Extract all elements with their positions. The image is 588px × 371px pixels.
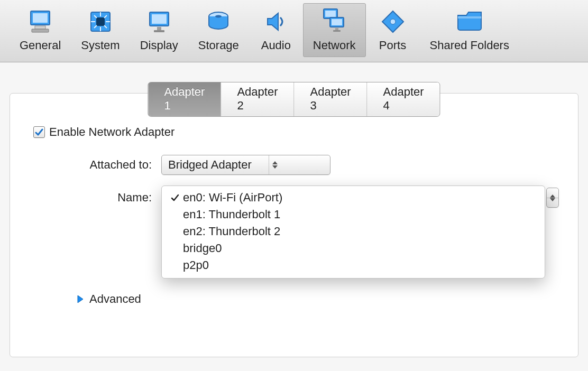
adapter-tabs: Adapter 1 Adapter 2 Adapter 3 Adapter 4 bbox=[148, 82, 440, 117]
name-option-label: en1: Thunderbolt 1 bbox=[183, 208, 280, 221]
tab-adapter-2[interactable]: Adapter 2 bbox=[221, 82, 294, 116]
advanced-label: Advanced bbox=[89, 292, 141, 306]
content: Adapter 1 Adapter 2 Adapter 3 Adapter 4 … bbox=[0, 62, 588, 357]
name-option-bridge0[interactable]: bridge0 bbox=[162, 240, 545, 257]
toolbar-item-audio[interactable]: Audio bbox=[249, 3, 303, 57]
svg-rect-15 bbox=[152, 14, 167, 24]
network-panel: Adapter 1 Adapter 2 Adapter 3 Adapter 4 … bbox=[10, 93, 578, 357]
toolbar-label: Ports bbox=[379, 39, 406, 52]
tab-adapter-4[interactable]: Adapter 4 bbox=[368, 82, 440, 116]
attached-to-label: Attached to: bbox=[29, 158, 161, 172]
speaker-icon bbox=[259, 6, 293, 38]
name-option-p2p0[interactable]: p2p0 bbox=[162, 257, 545, 274]
enable-adapter-checkbox[interactable] bbox=[33, 126, 45, 138]
toolbar-label: Network bbox=[313, 39, 356, 52]
toolbar-label: Storage bbox=[198, 39, 239, 52]
svg-rect-24 bbox=[335, 28, 338, 30]
updown-arrows-icon bbox=[269, 155, 278, 174]
svg-marker-30 bbox=[272, 165, 278, 169]
svg-point-19 bbox=[215, 15, 222, 17]
svg-marker-29 bbox=[272, 161, 278, 164]
name-option-label: p2p0 bbox=[183, 258, 209, 272]
toolbar-label: Audio bbox=[261, 39, 291, 52]
toolbar: General System bbox=[0, 0, 588, 62]
folder-icon bbox=[453, 6, 486, 38]
toolbar-item-storage[interactable]: Storage bbox=[188, 3, 249, 57]
name-option-label: en2: Thunderbolt 2 bbox=[183, 225, 280, 238]
toolbar-label: Shared Folders bbox=[430, 39, 509, 52]
toolbar-label: Display bbox=[140, 39, 178, 52]
name-option-label: en0: Wi-Fi (AirPort) bbox=[183, 191, 282, 205]
svg-rect-5 bbox=[96, 17, 105, 26]
toolbar-item-system[interactable]: System bbox=[71, 3, 130, 57]
toolbar-item-shared-folders[interactable]: Shared Folders bbox=[420, 3, 519, 57]
disk-icon bbox=[201, 6, 235, 38]
svg-rect-1 bbox=[33, 13, 48, 23]
advanced-disclosure[interactable]: Advanced bbox=[77, 292, 559, 306]
tab-adapter-1[interactable]: Adapter 1 bbox=[148, 82, 221, 116]
ports-icon bbox=[376, 6, 410, 38]
toolbar-label: General bbox=[20, 39, 61, 52]
enable-adapter-label: Enable Network Adapter bbox=[49, 125, 174, 139]
name-dropdown-menu: en0: Wi-Fi (AirPort) en1: Thunderbolt 1 … bbox=[161, 186, 545, 279]
attached-to-value: Bridged Adapter bbox=[168, 158, 264, 172]
network-icon bbox=[317, 6, 351, 38]
svg-rect-25 bbox=[333, 30, 341, 32]
svg-rect-16 bbox=[157, 27, 161, 30]
toolbar-label: System bbox=[81, 39, 120, 52]
display-icon bbox=[142, 6, 176, 38]
svg-rect-2 bbox=[35, 26, 45, 29]
toolbar-item-network[interactable]: Network bbox=[303, 3, 366, 57]
svg-rect-21 bbox=[325, 11, 336, 17]
name-option-en2[interactable]: en2: Thunderbolt 2 bbox=[162, 223, 545, 240]
svg-rect-17 bbox=[154, 30, 164, 32]
name-option-en0[interactable]: en0: Wi-Fi (AirPort) bbox=[162, 189, 545, 206]
svg-rect-3 bbox=[32, 29, 49, 32]
name-stepper[interactable] bbox=[546, 188, 559, 208]
toolbar-item-display[interactable]: Display bbox=[130, 3, 188, 57]
chip-icon bbox=[84, 6, 117, 38]
computer-icon bbox=[23, 6, 57, 38]
name-option-en1[interactable]: en1: Thunderbolt 1 bbox=[162, 206, 545, 223]
checkmark-icon bbox=[169, 193, 181, 202]
toolbar-item-general[interactable]: General bbox=[10, 3, 71, 57]
svg-rect-23 bbox=[332, 19, 342, 25]
tab-adapter-3[interactable]: Adapter 3 bbox=[295, 82, 368, 116]
svg-rect-28 bbox=[458, 16, 481, 18]
svg-marker-33 bbox=[78, 295, 83, 303]
disclosure-triangle-icon bbox=[77, 295, 84, 303]
svg-marker-32 bbox=[550, 198, 555, 201]
checkmark-icon bbox=[35, 128, 43, 136]
name-option-label: bridge0 bbox=[183, 242, 222, 255]
name-label: Name: bbox=[29, 191, 161, 205]
svg-point-27 bbox=[390, 19, 396, 24]
attached-to-combo[interactable]: Bridged Adapter bbox=[161, 155, 330, 175]
toolbar-item-ports[interactable]: Ports bbox=[366, 3, 420, 57]
